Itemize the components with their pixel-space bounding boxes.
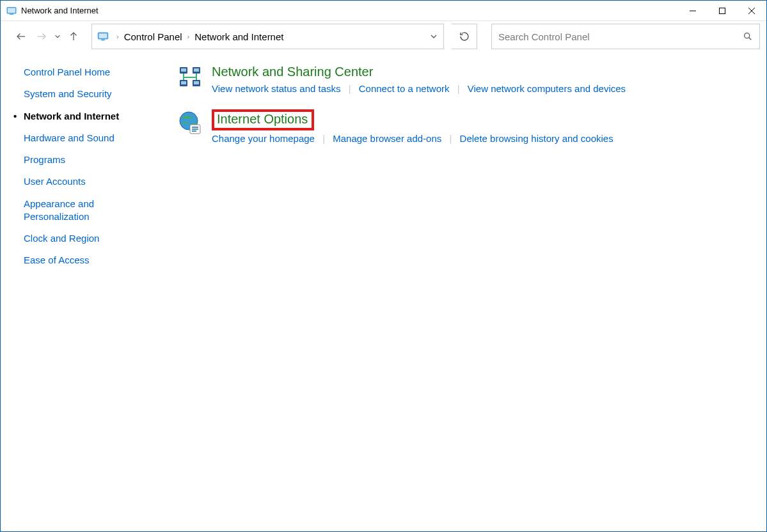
- svg-point-13: [745, 33, 750, 38]
- breadcrumb-control-panel[interactable]: Control Panel: [123, 30, 184, 43]
- link-view-network-computers[interactable]: View network computers and devices: [468, 83, 626, 94]
- content-area: Control Panel Home System and Security N…: [1, 52, 766, 531]
- recent-locations-button[interactable]: [53, 27, 62, 45]
- close-button[interactable]: [737, 1, 766, 21]
- sidebar-item-clock-and-region[interactable]: Clock and Region: [24, 232, 155, 245]
- svg-rect-1: [8, 8, 15, 13]
- link-change-homepage[interactable]: Change your homepage: [212, 133, 315, 144]
- category-links-network-sharing: View network status and tasks | Connect …: [212, 83, 626, 94]
- address-bar[interactable]: › Control Panel › Network and Internet: [91, 24, 444, 49]
- sidebar-item-programs[interactable]: Programs: [24, 153, 155, 166]
- internet-options-icon: [177, 109, 203, 135]
- search-icon[interactable]: [743, 31, 753, 42]
- link-manage-addons[interactable]: Manage browser add-ons: [333, 133, 441, 144]
- search-box[interactable]: [491, 24, 760, 49]
- main-panel: Network and Sharing Center View network …: [164, 52, 766, 531]
- sidebar-item-control-panel-home[interactable]: Control Panel Home: [24, 66, 155, 79]
- titlebar: Network and Internet: [1, 1, 766, 21]
- svg-rect-11: [99, 33, 107, 38]
- svg-rect-4: [720, 8, 725, 13]
- sidebar-item-ease-of-access[interactable]: Ease of Access: [24, 254, 155, 267]
- breadcrumb-sep-icon[interactable]: ›: [113, 33, 123, 40]
- back-button[interactable]: [12, 27, 30, 45]
- highlight-internet-options: Internet Options: [212, 109, 314, 130]
- refresh-button[interactable]: [452, 24, 477, 49]
- address-history-dropdown[interactable]: [424, 24, 443, 49]
- svg-rect-22: [194, 81, 199, 84]
- link-view-network-status[interactable]: View network status and tasks: [212, 83, 341, 94]
- network-sharing-center-icon: [177, 65, 203, 90]
- nav-row: › Control Panel › Network and Internet: [1, 21, 766, 52]
- svg-line-14: [749, 38, 752, 40]
- category-title-network-sharing-center[interactable]: Network and Sharing Center: [212, 65, 373, 79]
- sidebar-item-user-accounts[interactable]: User Accounts: [24, 175, 155, 188]
- window-title: Network and Internet: [21, 6, 99, 15]
- minimize-button[interactable]: [678, 1, 708, 21]
- sidebar: Control Panel Home System and Security N…: [1, 52, 164, 531]
- up-button[interactable]: [65, 27, 83, 45]
- control-panel-path-icon: [96, 29, 110, 43]
- sidebar-item-network-and-internet[interactable]: Network and Internet: [24, 110, 155, 123]
- breadcrumb-sep-icon[interactable]: ›: [184, 33, 194, 40]
- sidebar-item-appearance-and-personalization[interactable]: Appearance and Personalization: [24, 198, 155, 224]
- control-panel-icon: [6, 5, 17, 17]
- breadcrumb-network-and-internet[interactable]: Network and Internet: [193, 30, 285, 43]
- category-links-internet-options: Change your homepage | Manage browser ad…: [212, 133, 613, 144]
- svg-rect-20: [194, 68, 199, 72]
- maximize-button[interactable]: [708, 1, 737, 21]
- category-internet-options: Internet Options Change your homepage | …: [177, 109, 754, 144]
- category-network-sharing-center: Network and Sharing Center View network …: [177, 65, 754, 94]
- svg-rect-19: [181, 68, 186, 72]
- sidebar-item-system-and-security[interactable]: System and Security: [24, 88, 155, 100]
- link-connect-to-network[interactable]: Connect to a network: [359, 83, 450, 94]
- svg-rect-12: [101, 40, 105, 41]
- category-title-internet-options[interactable]: Internet Options: [217, 112, 308, 127]
- search-input[interactable]: [498, 31, 743, 42]
- forward-button[interactable]: [33, 27, 51, 45]
- link-delete-browsing-history[interactable]: Delete browsing history and cookies: [460, 133, 613, 144]
- sidebar-item-hardware-and-sound[interactable]: Hardware and Sound: [24, 132, 155, 145]
- svg-rect-21: [181, 81, 186, 84]
- svg-rect-2: [10, 13, 13, 15]
